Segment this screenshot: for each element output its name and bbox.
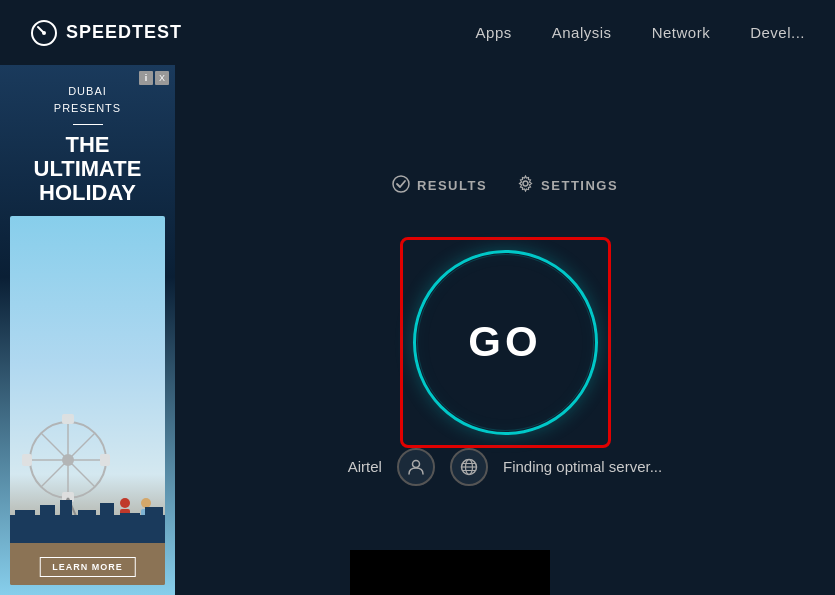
tab-settings[interactable]: SETTINGS xyxy=(517,175,618,196)
nav-item-analysis[interactable]: Analysis xyxy=(552,24,612,41)
svg-rect-33 xyxy=(120,513,140,545)
globe-icon-button[interactable] xyxy=(450,448,488,486)
svg-rect-34 xyxy=(145,507,163,545)
isp-name: Airtel xyxy=(348,458,382,475)
ad-badge: i X xyxy=(139,71,169,85)
svg-rect-31 xyxy=(78,510,96,545)
svg-rect-15 xyxy=(100,454,110,466)
bottom-info-row: Airtel Finding optimal server... xyxy=(348,448,662,486)
svg-line-11 xyxy=(41,460,68,487)
svg-point-1 xyxy=(42,31,46,35)
ad-content: DUBAI PRESENTS THE ULTIMATE HOLIDAY xyxy=(0,65,175,595)
logo[interactable]: SPEEDTEST xyxy=(30,19,182,47)
nav-item-apps[interactable]: Apps xyxy=(476,24,512,41)
ad-sidebar: i X DUBAI PRESENTS THE ULTIMATE HOLIDAY xyxy=(0,65,175,595)
ad-headline: THE ULTIMATE HOLIDAY xyxy=(34,133,142,206)
ad-learn-more-button[interactable]: LEARN MORE xyxy=(39,557,136,577)
tab-settings-label: SETTINGS xyxy=(541,178,618,193)
speedtest-logo-icon xyxy=(30,19,58,47)
svg-line-8 xyxy=(41,433,68,460)
nav-item-network[interactable]: Network xyxy=(652,24,711,41)
logo-text: SPEEDTEST xyxy=(66,22,182,43)
user-icon xyxy=(407,458,425,476)
ad-close-icon[interactable]: X xyxy=(155,71,169,85)
skyline-icon xyxy=(10,495,165,545)
tab-results[interactable]: RESULTS xyxy=(392,175,487,197)
speedtest-content: RESULTS SETTINGS GO Airtel xyxy=(175,65,835,595)
user-icon-button[interactable] xyxy=(397,448,435,486)
nav-item-developer[interactable]: Devel... xyxy=(750,24,805,41)
svg-rect-29 xyxy=(40,505,55,545)
go-button-red-border: GO xyxy=(400,237,611,448)
svg-line-9 xyxy=(68,460,95,487)
ad-image: LEARN MORE xyxy=(10,216,165,585)
check-circle-icon xyxy=(392,175,410,197)
gear-icon xyxy=(517,175,534,196)
svg-rect-30 xyxy=(60,500,72,545)
main-content: i X DUBAI PRESENTS THE ULTIMATE HOLIDAY xyxy=(0,65,835,595)
tabs-row: RESULTS SETTINGS xyxy=(392,175,618,197)
svg-line-10 xyxy=(68,433,95,460)
navigation: Apps Analysis Network Devel... xyxy=(476,24,805,41)
go-button[interactable]: GO xyxy=(413,250,598,435)
header: SPEEDTEST Apps Analysis Network Devel... xyxy=(0,0,835,65)
svg-rect-28 xyxy=(15,510,35,545)
svg-rect-12 xyxy=(62,414,74,424)
go-label: GO xyxy=(468,318,541,366)
bottom-black-bar xyxy=(350,550,550,595)
ad-info-icon[interactable]: i xyxy=(139,71,153,85)
finding-server-text: Finding optimal server... xyxy=(503,457,662,477)
ad-divider xyxy=(73,124,103,125)
svg-point-35 xyxy=(393,176,409,192)
svg-point-37 xyxy=(412,460,419,467)
tab-results-label: RESULTS xyxy=(417,178,487,193)
globe-icon xyxy=(460,458,478,476)
ad-top-text: DUBAI PRESENTS xyxy=(54,83,121,116)
svg-rect-32 xyxy=(100,503,114,545)
ad-image-inner: LEARN MORE xyxy=(10,216,165,585)
svg-rect-14 xyxy=(22,454,32,466)
svg-point-36 xyxy=(523,181,528,186)
